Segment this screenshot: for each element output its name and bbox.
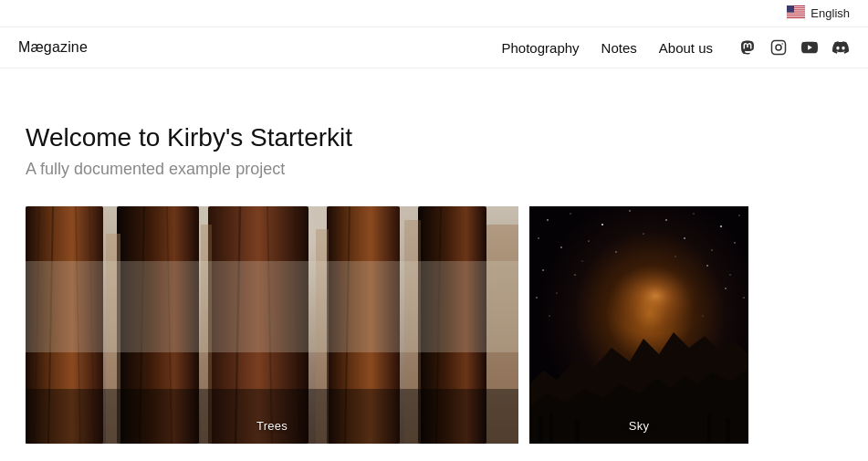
social-icons: [738, 38, 850, 57]
trees-image: [26, 206, 518, 444]
svg-point-48: [588, 240, 589, 241]
svg-point-49: [615, 251, 616, 252]
svg-point-43: [693, 213, 694, 214]
svg-point-52: [734, 242, 735, 243]
svg-rect-69: [549, 412, 553, 444]
site-header: Mægazine Photography Notes About us: [0, 27, 868, 68]
svg-point-54: [574, 274, 575, 275]
svg-point-53: [542, 269, 544, 271]
svg-point-58: [557, 293, 558, 294]
svg-point-63: [675, 257, 676, 257]
svg-point-64: [703, 316, 704, 317]
sky-label: Sky: [629, 419, 649, 433]
svg-rect-71: [707, 414, 711, 444]
photo-card-trees[interactable]: Trees: [26, 206, 518, 444]
hero-title: Welcome to Kirby's Starterkit: [26, 123, 842, 152]
site-logo[interactable]: Mægazine: [18, 39, 88, 56]
svg-rect-72: [726, 418, 730, 444]
svg-rect-4: [787, 13, 805, 14]
language-bar: English: [0, 0, 868, 27]
flag-icon: [787, 5, 805, 21]
svg-rect-68: [539, 416, 543, 444]
svg-point-62: [643, 233, 643, 234]
mastodon-icon[interactable]: [738, 38, 757, 57]
us-flag-svg: [787, 5, 805, 18]
svg-rect-8: [772, 41, 786, 55]
svg-point-40: [601, 224, 603, 225]
photo-grid: Trees: [0, 206, 868, 444]
language-label[interactable]: English: [810, 6, 850, 20]
discord-icon[interactable]: [831, 38, 850, 57]
svg-rect-5: [787, 15, 805, 16]
svg-point-61: [582, 261, 583, 262]
nav-photography[interactable]: Photography: [502, 40, 580, 56]
svg-point-45: [738, 215, 739, 215]
svg-rect-34: [26, 261, 518, 352]
svg-rect-70: [575, 421, 580, 444]
svg-point-55: [706, 265, 708, 267]
svg-point-10: [781, 43, 783, 45]
svg-rect-6: [787, 16, 805, 17]
nav-links: Photography Notes About us: [502, 40, 713, 56]
svg-point-50: [684, 237, 685, 239]
svg-point-60: [743, 297, 744, 298]
svg-point-65: [549, 315, 549, 316]
nav-notes[interactable]: Notes: [601, 40, 637, 56]
svg-point-46: [538, 237, 539, 238]
svg-point-59: [725, 288, 726, 288]
main-nav: Photography Notes About us: [502, 38, 850, 57]
hero-subtitle: A fully documented example project: [26, 160, 842, 179]
trees-label: Trees: [256, 419, 288, 433]
svg-rect-35: [26, 389, 518, 444]
svg-point-42: [665, 219, 667, 221]
nav-about-us[interactable]: About us: [659, 40, 713, 56]
svg-point-47: [560, 246, 562, 248]
photo-card-sky[interactable]: Sky: [529, 206, 748, 444]
hero-section: Welcome to Kirby's Starterkit A fully do…: [0, 68, 868, 206]
svg-point-44: [720, 225, 722, 227]
youtube-icon[interactable]: [800, 38, 819, 57]
svg-rect-7: [787, 5, 794, 13]
svg-point-51: [711, 249, 712, 250]
instagram-icon[interactable]: [769, 38, 788, 57]
sky-image: [529, 206, 748, 444]
svg-point-9: [776, 45, 781, 50]
svg-point-39: [570, 213, 570, 214]
svg-point-38: [547, 219, 549, 221]
svg-point-56: [729, 274, 730, 275]
svg-point-57: [536, 297, 537, 298]
svg-point-41: [629, 210, 630, 211]
